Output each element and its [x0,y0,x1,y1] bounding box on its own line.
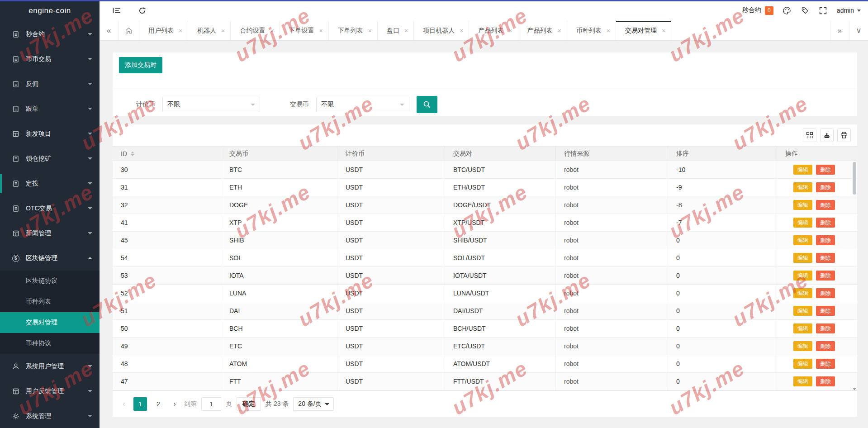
goto-page-input[interactable] [201,397,221,411]
add-pair-button[interactable]: 添加交易对 [119,57,162,73]
delete-button[interactable]: 删除 [816,359,835,369]
delete-button[interactable]: 删除 [816,306,835,316]
sidebar-item-pair-management[interactable]: 交易对管理 [0,312,100,333]
refresh-icon[interactable] [138,6,147,15]
edit-button[interactable]: 编辑 [793,253,812,263]
edit-button[interactable]: 编辑 [793,165,812,175]
print-button[interactable] [837,128,851,142]
columns-filter-button[interactable] [803,128,816,142]
search-button[interactable] [417,96,437,113]
close-icon[interactable]: × [221,28,225,34]
close-icon[interactable]: × [368,28,372,34]
sidebar-item-label: 反佣 [26,80,38,88]
delete-button[interactable]: 删除 [816,341,835,351]
next-page-button[interactable]: › [170,399,180,409]
base-currency-select[interactable]: 不限 [316,97,409,112]
sidebar-item-auto-invest[interactable]: 定投 [0,171,100,196]
tab-project-robot[interactable]: 项目机器人× [414,21,469,40]
tabs-scroll-right-button[interactable]: » [830,21,849,40]
edit-button[interactable]: 编辑 [793,323,812,333]
close-icon[interactable]: × [662,28,665,34]
tabs-menu-button[interactable]: ∨ [849,21,868,40]
edit-button[interactable]: 编辑 [793,200,812,210]
columns-icon [806,132,813,139]
user-menu[interactable]: admin [837,7,861,14]
edit-button[interactable]: 编辑 [793,182,812,192]
sidebar-item-coin-protocol[interactable]: 币种协议 [0,333,100,354]
sidebar-item-news-management[interactable]: 新闻管理 [0,221,100,246]
page-number-1[interactable]: 1 [133,397,147,411]
tab-order-list[interactable]: 下单列表× [329,21,378,40]
edit-button[interactable]: 编辑 [793,235,812,245]
sidebar-item-label: 币币交易 [26,55,51,63]
tab-coin-list[interactable]: 币种列表× [567,21,616,40]
table-row: 54SOLUSDTSOL/USDTrobot0 编辑删除 [113,249,857,267]
sidebar-item-lockup-mining[interactable]: 锁仓挖矿 [0,146,100,171]
theme-palette-icon[interactable] [783,6,792,15]
tab-robot[interactable]: 机器人× [188,21,231,40]
tab-order-settings[interactable]: 下单设置× [280,21,329,40]
delete-button[interactable]: 删除 [816,165,835,175]
page-size-select[interactable]: 20 条/页 [293,397,333,411]
export-button[interactable] [820,128,834,142]
table-scrollbar[interactable] [853,162,856,390]
close-icon[interactable]: × [607,28,610,34]
edit-button[interactable]: 编辑 [793,306,812,316]
delete-button[interactable]: 删除 [816,323,835,333]
fullscreen-icon[interactable] [819,6,828,15]
edit-button[interactable]: 编辑 [793,271,812,281]
tab-contract-settings[interactable]: 合约设置× [231,21,280,40]
close-icon[interactable]: × [319,28,323,34]
sidebar-item-system-users[interactable]: 系统用户管理 [0,354,100,379]
sidebar-item-blockchain-protocol[interactable]: 区块链协议 [0,271,100,291]
sidebar-item-otc-trade[interactable]: OTC交易 [0,196,100,221]
tab-product-list-1[interactable]: 产品列表× [469,21,518,40]
tab-depth[interactable]: 盘口× [378,21,414,40]
tabs-scroll-left-button[interactable]: « [100,21,119,40]
col-header-quote: 计价币 [337,147,445,161]
tab-pair-management[interactable]: 交易对管理× [616,21,671,40]
close-icon[interactable]: × [404,28,408,34]
quote-currency-select[interactable]: 不限 [162,97,260,112]
delete-button[interactable]: 删除 [816,182,835,192]
delete-button[interactable]: 删除 [816,376,835,386]
file-icon [12,105,19,113]
home-tab[interactable] [119,21,139,40]
delete-button[interactable]: 删除 [816,218,835,228]
scrollbar-thumb[interactable] [853,162,856,195]
page-number-2[interactable]: 2 [152,397,165,411]
sidebar-item-user-feedback[interactable]: 用户反馈管理 [0,379,100,404]
sidebar-item-system-management[interactable]: 系统管理 [0,404,100,428]
delete-button[interactable]: 删除 [816,235,835,245]
sort-icon[interactable] [131,152,134,156]
close-icon[interactable]: × [558,28,561,34]
edit-button[interactable]: 编辑 [793,376,812,386]
close-icon[interactable]: × [460,28,463,34]
sidebar-item-coin-trade[interactable]: 币币交易 [0,47,100,71]
sidebar-item-coin-list[interactable]: 币种列表 [0,291,100,312]
pagination: ‹ 1 2 › 到第 页 确定 共 23 条 20 条/页 [113,390,857,417]
delete-button[interactable]: 删除 [816,288,835,298]
close-icon[interactable]: × [508,28,512,34]
sidebar-item-seconds-contract[interactable]: 秒合约 [0,22,100,47]
close-icon[interactable]: × [270,28,274,34]
sidebar-item-copy-trade[interactable]: 跟单 [0,96,100,121]
edit-button[interactable]: 编辑 [793,341,812,351]
edit-button[interactable]: 编辑 [793,359,812,369]
delete-button[interactable]: 删除 [816,271,835,281]
delete-button[interactable]: 删除 [816,200,835,210]
sidebar-toggle-icon[interactable] [112,6,121,15]
sidebar-item-rebate[interactable]: 反佣 [0,71,100,96]
close-icon[interactable]: × [179,28,182,34]
sidebar-item-blockchain-management[interactable]: $ 区块链管理 [0,246,100,271]
prev-page-button[interactable]: ‹ [119,399,129,409]
sidebar-item-new-projects[interactable]: 新发项目 [0,121,100,146]
delete-button[interactable]: 删除 [816,253,835,263]
tag-icon[interactable] [801,6,810,15]
edit-button[interactable]: 编辑 [793,288,812,298]
edit-button[interactable]: 编辑 [793,218,812,228]
tab-product-list-2[interactable]: 产品列表× [518,21,567,40]
confirm-page-button[interactable]: 确定 [237,397,261,411]
contract-mode-label[interactable]: 秒合约 [742,6,761,14]
tab-user-list[interactable]: 用户列表× [139,21,188,40]
